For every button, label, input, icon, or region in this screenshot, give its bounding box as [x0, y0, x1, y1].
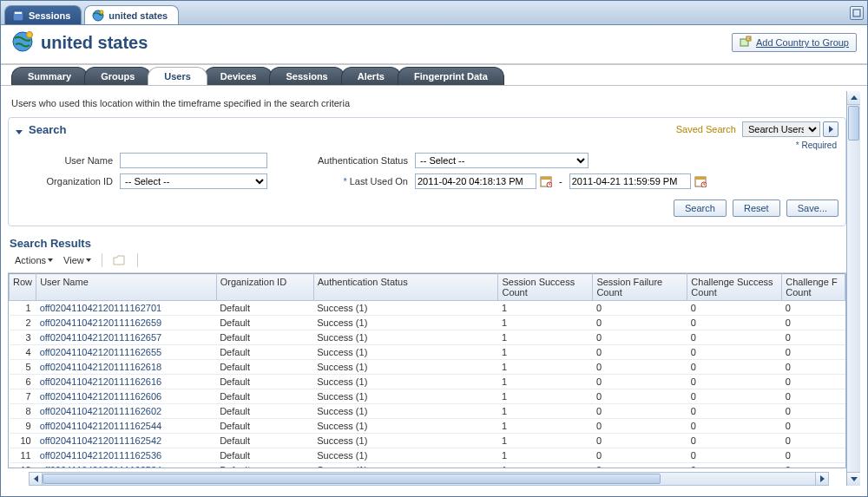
saved-search-select[interactable]: Search Users [742, 121, 820, 137]
session-tab-active[interactable]: united states [84, 5, 179, 24]
user-link[interactable]: off020411042120111162657 [40, 332, 162, 343]
cell-cfc: 0 [782, 375, 845, 389]
cell-auth: Success (1) [313, 404, 498, 419]
vertical-scrollbar[interactable] [846, 91, 860, 486]
table-row[interactable]: 2off020411042120111162659DefaultSuccess … [10, 316, 845, 330]
scroll-track[interactable] [43, 472, 815, 486]
saved-search-go[interactable] [823, 121, 838, 137]
cell-username: off020411042120111162657 [36, 330, 217, 345]
cell-cfc: 0 [782, 463, 845, 469]
table-row[interactable]: 4off020411042120111162655DefaultSuccess … [10, 345, 845, 360]
table-row[interactable]: 11off020411042120111162536DefaultSuccess… [10, 448, 845, 463]
cell-org: Default [216, 419, 313, 434]
date-from-input[interactable] [415, 173, 536, 189]
org-id-select[interactable]: -- Select -- [120, 173, 267, 189]
cell-username: off020411042120111162659 [36, 316, 217, 330]
tab-groups[interactable]: Groups [84, 67, 151, 85]
view-menu[interactable]: View [63, 255, 91, 265]
reset-button[interactable]: Reset [733, 199, 780, 217]
scroll-up-icon[interactable] [847, 91, 860, 105]
user-link[interactable]: off020411042120111162602 [40, 406, 162, 416]
col-org[interactable]: Organization ID [216, 274, 313, 301]
col-user[interactable]: User Name [36, 274, 217, 301]
cell-csc: 0 [687, 448, 782, 463]
page-title: united states [41, 33, 148, 53]
user-link[interactable]: off020411042120111162536 [40, 450, 162, 461]
search-title[interactable]: Search [16, 123, 66, 136]
user-link[interactable]: off020411042120111162606 [40, 391, 162, 402]
table-row[interactable]: 3off020411042120111162657DefaultSuccess … [10, 330, 845, 345]
cell-csc: 0 [687, 404, 782, 419]
scroll-left-icon[interactable] [29, 472, 43, 486]
user-link[interactable]: off020411042120111162655 [40, 347, 162, 357]
table-row[interactable]: 8off020411042120111162602DefaultSuccess … [10, 404, 845, 419]
table-row[interactable]: 1off020411042120111162701DefaultSuccess … [10, 301, 845, 316]
results-table: Row User Name Organization ID Authentica… [8, 273, 846, 468]
globe-icon [11, 30, 34, 55]
detach-icon[interactable] [113, 254, 127, 266]
user-link[interactable]: off020411042120111162659 [40, 317, 162, 328]
col-ssc[interactable]: Session Success Count [498, 274, 593, 301]
cell-auth: Success (1) [313, 301, 498, 316]
table-row[interactable]: 12off020411042120111162534DefaultSuccess… [10, 463, 845, 469]
horizontal-scrollbar[interactable] [29, 472, 829, 486]
cell-auth: Success (1) [313, 375, 498, 389]
user-link[interactable]: off020411042120111162616 [40, 376, 162, 387]
table-row[interactable]: 10off020411042120111162542DefaultSuccess… [10, 434, 845, 448]
sessions-icon [12, 10, 24, 22]
col-auth[interactable]: Authentication Status [313, 274, 498, 301]
add-country-button[interactable]: + Add Country to Group [732, 33, 857, 52]
maximize-icon[interactable] [850, 6, 864, 20]
cell-username: off020411042120111162655 [36, 345, 217, 360]
user-link[interactable]: off020411042120111162618 [40, 362, 162, 372]
scroll-thumb[interactable] [43, 474, 661, 484]
label-username: User Name [24, 155, 120, 166]
cell-ssc: 1 [498, 375, 593, 389]
search-panel: Search Saved Search Search Users Require… [8, 117, 846, 226]
calendar-icon[interactable] [694, 174, 707, 188]
cell-cfc: 0 [782, 434, 845, 448]
cell-sfc: 0 [593, 448, 687, 463]
user-link[interactable]: off020411042120111162544 [40, 421, 162, 431]
tab-users[interactable]: Users [148, 67, 207, 85]
table-header-row: Row User Name Organization ID Authentica… [10, 274, 845, 301]
scroll-right-icon[interactable] [815, 472, 829, 486]
user-link[interactable]: off020411042120111162542 [40, 435, 162, 446]
save-button[interactable]: Save... [786, 199, 838, 217]
table-row[interactable]: 9off020411042120111162544DefaultSuccess … [10, 419, 845, 434]
search-button[interactable]: Search [674, 199, 727, 217]
cell-cfc: 0 [782, 345, 845, 360]
cell-ssc: 1 [498, 345, 593, 360]
calendar-icon[interactable] [540, 174, 552, 188]
user-link[interactable]: off020411042120111162701 [40, 303, 162, 313]
tab-summary[interactable]: Summary [11, 67, 88, 85]
table-row[interactable]: 7off020411042120111162606DefaultSuccess … [10, 389, 845, 404]
cell-cfc: 0 [782, 389, 845, 404]
col-csc[interactable]: Challenge Success Count [687, 274, 782, 301]
username-input[interactable] [120, 153, 267, 168]
scroll-thumb[interactable] [848, 106, 859, 141]
session-tab-label: Sessions [29, 10, 70, 21]
tab-sessions[interactable]: Sessions [269, 67, 344, 85]
table-row[interactable]: 6off020411042120111162616DefaultSuccess … [10, 375, 845, 389]
col-cfc[interactable]: Challenge FCount [782, 274, 845, 301]
auth-status-select[interactable]: -- Select -- [415, 153, 589, 168]
tab-alerts[interactable]: Alerts [341, 67, 401, 85]
tab-devices[interactable]: Devices [204, 67, 273, 85]
results-toolbar: Actions View [8, 252, 846, 273]
cell-sfc: 0 [593, 434, 687, 448]
date-to-input[interactable] [569, 173, 691, 189]
table-row[interactable]: 5off020411042120111162618DefaultSuccess … [10, 360, 845, 375]
cell-rownum: 1 [10, 301, 36, 316]
actions-menu[interactable]: Actions [15, 255, 53, 265]
session-tabstrip: Sessions united states [1, 1, 867, 25]
col-row[interactable]: Row [10, 274, 36, 301]
svg-rect-4 [853, 10, 860, 16]
tab-fingerprint[interactable]: Fingerprint Data [398, 67, 504, 85]
user-link[interactable]: off020411042120111162534 [40, 465, 162, 468]
scroll-down-icon[interactable] [847, 472, 860, 486]
col-sfc[interactable]: Session Failure Count [593, 274, 687, 301]
session-tab-sessions[interactable]: Sessions [4, 5, 82, 24]
cell-sfc: 0 [593, 463, 687, 469]
title-bar: united states + Add Country to Group [1, 25, 867, 65]
